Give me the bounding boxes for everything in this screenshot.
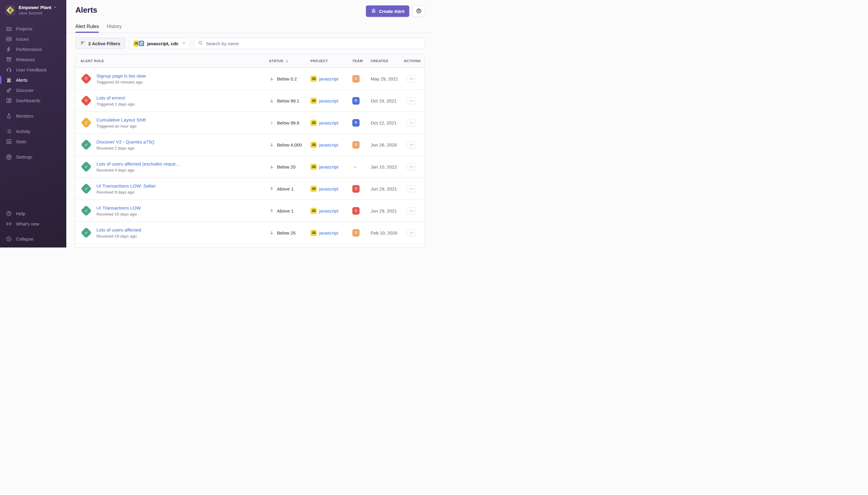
project-link[interactable]: javascript xyxy=(319,230,338,236)
status-cell: Above 1 xyxy=(269,208,310,214)
check-icon xyxy=(84,164,89,169)
sidebar-item-discover[interactable]: Discover xyxy=(0,85,66,95)
sidebar-item-label: Activity xyxy=(16,129,31,134)
created-date: Jun 26, 2020 xyxy=(371,142,404,148)
team-cell: V xyxy=(352,75,371,83)
project-cell: JSjavascript xyxy=(310,98,352,104)
alert-rule-link[interactable]: Discover V2 - Queries p75() xyxy=(97,139,154,145)
performance-icon xyxy=(6,46,12,52)
alert-rule-link[interactable]: Signup page is too slow xyxy=(97,73,146,79)
status-cell: Below 20 xyxy=(269,164,310,169)
team-avatar: R xyxy=(352,97,360,105)
project-link[interactable]: javascript xyxy=(319,142,338,148)
alert-status-diamond-resolved xyxy=(81,139,92,150)
sidebar-item-label: Stats xyxy=(16,139,26,144)
alert-rule-subtitle: Resolved 2 days ago xyxy=(97,146,154,150)
alert-rules-table: Alert RuleStatusProjectTeamCreatedAction… xyxy=(75,54,425,248)
sidebar-item-help[interactable]: Help xyxy=(0,208,66,219)
alert-rule-link[interactable]: Cumulative Layout Shift xyxy=(97,117,146,123)
sidebar-item-projects[interactable]: Projects xyxy=(0,23,66,34)
row-actions-button[interactable] xyxy=(407,97,416,104)
row-actions-button[interactable] xyxy=(407,141,416,148)
releases-icon xyxy=(6,56,12,63)
javascript-js-icon: JS xyxy=(310,230,317,236)
alert-rule-row: Lots of errors!Triggered 2 days agoBelow… xyxy=(76,90,425,112)
settings-gear-button[interactable] xyxy=(412,5,425,17)
search-input[interactable] xyxy=(206,41,421,46)
status-threshold: Below 20 xyxy=(277,164,296,169)
row-actions-button[interactable] xyxy=(407,229,416,236)
row-actions-button[interactable] xyxy=(407,75,416,82)
alert-rule-row: Discover V2 - Queries p75()Resolved 2 da… xyxy=(76,134,425,156)
stats-icon xyxy=(6,138,12,145)
sidebar-item-stats[interactable]: Stats xyxy=(0,136,66,147)
python-icon xyxy=(138,40,145,47)
sidebar-item-activity[interactable]: Activity xyxy=(0,126,66,136)
sidebar-item-dashboards[interactable]: Dashboards xyxy=(0,95,66,105)
arrow-down-icon xyxy=(269,76,274,81)
active-indicator xyxy=(0,76,1,84)
org-switcher[interactable]: Empower Plant Jane Schmidt xyxy=(0,0,66,20)
active-filters-button[interactable]: 2 Active Filters xyxy=(75,38,125,49)
tab-alert-rules[interactable]: Alert Rules xyxy=(75,24,99,33)
created-date: May 29, 2021 xyxy=(371,76,404,81)
sort-desc-icon xyxy=(285,59,289,63)
alert-rule-link[interactable]: Lots of errors! xyxy=(97,95,135,101)
main-content: Alerts Create Alert Alert RulesHistory 2… xyxy=(66,0,434,248)
alert-rule-subtitle: Resolved 19 days ago xyxy=(97,234,141,238)
alert-rule-row: Signup page is too slowTriggered 30 minu… xyxy=(76,68,425,90)
status-cell: Below 25 xyxy=(269,230,310,236)
team-cell: S xyxy=(352,207,371,215)
sidebar-item-monitors[interactable]: Monitors xyxy=(0,110,66,121)
alert-rule-link[interactable]: Lots of users affected xyxy=(97,227,141,233)
project-link[interactable]: javascript xyxy=(319,186,338,191)
row-actions-button[interactable] xyxy=(407,207,416,214)
tab-history[interactable]: History xyxy=(107,24,122,33)
sidebar-item-issues[interactable]: Issues xyxy=(0,34,66,44)
column-header-status[interactable]: Status xyxy=(269,59,310,63)
team-cell: S xyxy=(352,185,371,193)
sidebar-item-user-feedback[interactable]: User Feedback xyxy=(0,65,66,75)
filter-bar: 2 Active Filters JS javascript, cdc xyxy=(66,33,434,49)
exclamation-icon: ! xyxy=(86,120,87,125)
alert-rule-row: Lots of users affected (excludes reque…R… xyxy=(76,156,425,178)
alert-rule-link[interactable]: Lots of users affected (excludes reque… xyxy=(97,161,180,167)
sidebar-item-performance[interactable]: Performance xyxy=(0,44,66,54)
status-cell: Below 99.1 xyxy=(269,98,310,103)
alert-rule-link[interactable]: UI Transactions LOW: Safari xyxy=(97,183,156,189)
issues-icon xyxy=(6,36,12,42)
created-date: Oct 12, 2021 xyxy=(371,120,404,125)
filter-icon xyxy=(80,40,85,47)
column-header-project: Project xyxy=(310,59,352,63)
create-alert-button[interactable]: Create Alert xyxy=(366,5,409,17)
project-selector[interactable]: JS javascript, cdc xyxy=(129,38,190,49)
created-date: Feb 10, 2020 xyxy=(371,230,404,236)
alert-rule-row: !Cumulative Layout ShiftTriggered an hou… xyxy=(76,112,425,134)
project-link[interactable]: javascript xyxy=(319,208,338,214)
row-actions-button[interactable] xyxy=(407,185,416,192)
sidebar-item-what-s-new[interactable]: What's new xyxy=(0,219,66,229)
alert-status-diamond-resolved xyxy=(81,227,92,238)
sidebar-item-alerts[interactable]: Alerts xyxy=(0,75,66,85)
row-actions-button[interactable] xyxy=(407,163,416,170)
project-link[interactable]: javascript xyxy=(319,120,338,125)
sidebar-item-label: Performance xyxy=(16,47,42,52)
alert-status-diamond-resolved xyxy=(81,183,92,194)
help-icon xyxy=(6,210,12,217)
sidebar-item-collapse[interactable]: Collapse xyxy=(0,234,66,244)
projects-icon xyxy=(6,25,12,32)
project-link[interactable]: javascript xyxy=(319,164,338,169)
alert-rule-link[interactable]: UI Transactions LOW xyxy=(97,205,141,211)
page-header: Alerts Create Alert Alert RulesHistory xyxy=(66,0,434,33)
sidebar-item-releases[interactable]: Releases xyxy=(0,54,66,65)
sidebar-item-label: User Feedback xyxy=(16,67,47,72)
status-threshold: Below 99.8 xyxy=(277,120,299,125)
project-link[interactable]: javascript xyxy=(319,98,338,103)
javascript-js-icon: JS xyxy=(310,142,317,148)
project-link[interactable]: javascript xyxy=(319,76,338,81)
row-actions-button[interactable] xyxy=(407,119,416,126)
sidebar-item-settings[interactable]: Settings xyxy=(0,152,66,162)
table-header-row: Alert RuleStatusProjectTeamCreatedAction… xyxy=(76,54,425,68)
sidebar-item-label: Releases xyxy=(16,57,35,62)
team-cell: R xyxy=(352,97,371,105)
